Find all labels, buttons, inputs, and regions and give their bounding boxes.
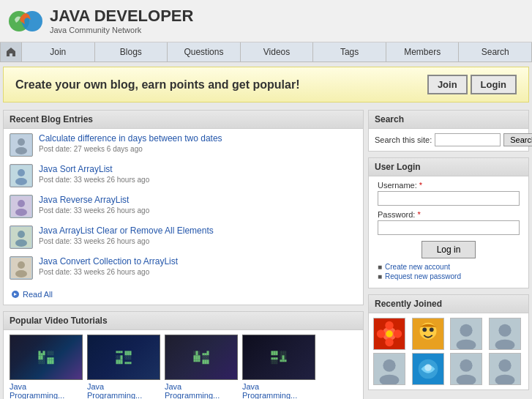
avatar-img <box>11 135 31 155</box>
blog-entry-title[interactable]: Java Sort ArrayList <box>39 164 113 174</box>
member-avatar[interactable] <box>489 318 521 350</box>
blog-entry-title[interactable]: Java Convert Collection to ArrayList <box>39 256 178 266</box>
video-label[interactable]: Java Programming... <box>165 382 238 399</box>
member-avatar[interactable] <box>412 318 444 350</box>
avatar-img <box>451 354 482 384</box>
login-links: ■ Create new account ■ Request new passw… <box>378 263 520 280</box>
blog-entry-title[interactable]: Java Reverse ArrayList <box>39 195 129 205</box>
avatar-img <box>11 196 31 217</box>
blog-entry-date: Post date: 33 weeks 26 hours ago <box>39 206 357 215</box>
search-section-header: Search <box>369 111 528 129</box>
avatars-grid <box>369 313 528 389</box>
avatar <box>10 225 33 249</box>
video-thumbnail: ▀▀▀ ███░░█ ░░░███ ▄▄▄ <box>87 335 160 380</box>
member-avatar[interactable] <box>412 353 444 385</box>
nav-home[interactable] <box>0 42 22 61</box>
member-avatar[interactable] <box>489 353 521 385</box>
video-label[interactable]: Java Programming... <box>87 382 160 399</box>
video-section: Popular Video Tutorials █▄█ ░░░██░ ▄▄▄░░… <box>3 311 364 399</box>
svg-point-24 <box>386 330 393 338</box>
search-button[interactable]: Search <box>503 133 532 146</box>
svg-point-7 <box>15 178 27 185</box>
nav-questions[interactable]: Questions <box>168 42 241 61</box>
avatar <box>10 164 33 187</box>
avatar-img <box>490 354 520 384</box>
blog-entry-info: Calculate difference in days between two… <box>39 133 357 153</box>
svg-point-30 <box>460 324 472 337</box>
nav: Join Blogs Questions Videos Tags Members… <box>0 42 532 62</box>
avatar <box>10 195 33 218</box>
svg-point-10 <box>15 209 27 216</box>
video-item[interactable]: ███ ░░░▄▄▄ ░█░░░░ ▀▀▀ Java Programming..… <box>242 335 315 399</box>
read-all-label: Read All <box>23 290 53 299</box>
svg-point-9 <box>18 200 25 207</box>
login-form: Username: * Password: * Log in ■ <box>369 176 528 288</box>
avatar-img <box>11 227 31 247</box>
video-label[interactable]: Java Programming... <box>242 382 315 399</box>
banner-join-button[interactable]: Join <box>427 75 468 94</box>
svg-point-33 <box>498 324 511 337</box>
login-section-header: User Login <box>369 158 528 176</box>
logo-icon <box>7 5 44 37</box>
video-thumbnail: ███ ░░░▄▄▄ ░█░░░░ ▀▀▀ <box>242 335 315 380</box>
video-thumbnail: █▄█ ░░░██░ ▄▄▄░░░ ███ <box>10 335 83 380</box>
username-input[interactable] <box>378 191 520 206</box>
avatar-img <box>413 318 443 349</box>
nav-members[interactable]: Members <box>386 42 460 61</box>
banner: Create your own blog, earn points and ge… <box>3 67 529 102</box>
create-account-link[interactable]: Create new account <box>385 263 450 271</box>
svg-point-28 <box>429 327 433 332</box>
reset-password-row: ■ Request new password <box>378 272 520 280</box>
svg-point-23 <box>394 329 402 338</box>
avatar-img <box>451 318 482 349</box>
video-label[interactable]: Java Programming... <box>10 382 83 399</box>
nav-join[interactable]: Join <box>22 42 95 61</box>
member-avatar[interactable] <box>373 318 405 350</box>
nav-videos[interactable]: Videos <box>241 42 314 61</box>
svg-point-16 <box>15 270 27 277</box>
video-item[interactable]: ▀▀▀ ███░░█ ░░░███ ▄▄▄ Java Programming..… <box>87 335 160 399</box>
banner-buttons: Join Login <box>427 75 517 94</box>
svg-point-6 <box>18 169 25 176</box>
reset-password-link[interactable]: Request new password <box>385 272 461 280</box>
username-label: Username: * <box>378 181 520 190</box>
video-item[interactable]: ░█░ ▄▄████ ░░░▀▀▀ ███ Java Programming..… <box>165 335 238 399</box>
logo-text: JAVA DEVELOPER Java Community Network <box>50 7 193 34</box>
login-section: User Login Username: * Password: * <box>368 157 529 288</box>
create-account-row: ■ Create new account <box>378 263 520 271</box>
main-content: Recent Blog Entries Calculate difference… <box>0 107 532 399</box>
required-marker: * <box>419 181 422 190</box>
nav-search[interactable]: Search <box>459 42 532 61</box>
blog-entry-info: Java Convert Collection to ArrayList Pos… <box>39 256 357 276</box>
nav-blogs[interactable]: Blogs <box>95 42 168 61</box>
password-input[interactable] <box>378 220 520 235</box>
svg-point-12 <box>18 231 25 238</box>
blog-entries-list: Calculate difference in days between two… <box>4 129 363 305</box>
logo-title: JAVA DEVELOPER <box>50 7 193 25</box>
read-all-link[interactable]: Read All <box>10 287 357 300</box>
search-row: Search this site: Search <box>369 129 528 151</box>
blog-entry-info: Java ArrayList Clear or Remove All Eleme… <box>39 225 357 245</box>
search-label: Search this site: <box>375 135 432 144</box>
recently-joined-header: Recently Joined <box>369 295 528 313</box>
blog-entry-info: Java Reverse ArrayList Post date: 33 wee… <box>39 195 357 215</box>
member-avatar[interactable] <box>450 353 482 385</box>
username-row: Username: * <box>378 181 520 206</box>
video-item[interactable]: █▄█ ░░░██░ ▄▄▄░░░ ███ Java Programming..… <box>10 335 83 399</box>
blog-entry-title[interactable]: Calculate difference in days between two… <box>39 133 222 143</box>
svg-point-27 <box>422 327 427 332</box>
blog-entry-title[interactable]: Java ArrayList Clear or Remove All Eleme… <box>39 225 214 236</box>
svg-point-42 <box>460 359 472 372</box>
video-section-header: Popular Video Tutorials <box>4 312 363 330</box>
password-label: Password: * <box>378 210 520 219</box>
svg-point-15 <box>18 261 25 269</box>
video-grid: █▄█ ░░░██░ ▄▄▄░░░ ███ Java Programming..… <box>4 330 363 399</box>
svg-point-13 <box>15 239 27 247</box>
member-avatar[interactable] <box>373 353 405 385</box>
search-input[interactable] <box>435 133 501 146</box>
blog-entry: Java Sort ArrayList Post date: 33 weeks … <box>10 164 357 187</box>
member-avatar[interactable] <box>450 318 482 350</box>
nav-tags[interactable]: Tags <box>313 42 386 61</box>
banner-login-button[interactable]: Login <box>471 75 517 94</box>
login-button[interactable]: Log in <box>422 241 476 258</box>
